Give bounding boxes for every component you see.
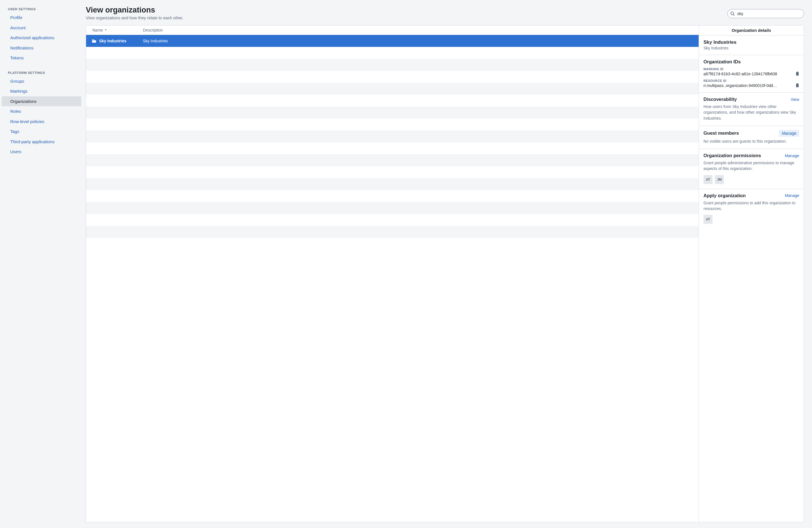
discoverability-title: Discoverability [704, 97, 737, 102]
table-row-empty [86, 190, 699, 202]
svg-rect-7 [797, 72, 798, 72]
sidebar-item-tokens[interactable]: Tokens [0, 53, 83, 63]
details-org-name: Sky Industries [704, 40, 799, 45]
organization-icon [92, 39, 96, 43]
sidebar-item-third-party-applications[interactable]: Third-party applications [0, 137, 83, 147]
svg-point-0 [731, 12, 734, 15]
sidebar-item-groups[interactable]: Groups [0, 76, 83, 86]
sidebar-item-row-level-policies[interactable]: Row-level policies [0, 116, 83, 127]
permissions-body: Grant people administrative permissions … [704, 160, 799, 172]
svg-rect-5 [93, 41, 94, 41]
svg-rect-2 [92, 40, 93, 41]
sidebar-item-roles[interactable]: Roles [0, 106, 83, 116]
content-row: Name Description Sky IndustriesSky Indus… [86, 25, 804, 522]
table-row-empty [86, 202, 699, 214]
search-wrap [727, 9, 804, 18]
page-header: View organizations View organizations an… [86, 6, 804, 20]
sidebar-item-notifications[interactable]: Notifications [0, 43, 83, 53]
details-guests-section: Guest members Manage No visible users ar… [699, 126, 804, 149]
column-header-name-label: Name [92, 28, 103, 32]
sort-asc-icon [104, 28, 107, 32]
sidebar-item-authorized-applications[interactable]: Authorized applications [0, 33, 83, 43]
guests-body: No visible users are guests to this orga… [704, 138, 799, 144]
table-row-empty [86, 95, 699, 106]
sidebar-item-tags[interactable]: Tags [0, 127, 83, 137]
table-row-empty [86, 154, 699, 166]
table-row-empty [86, 130, 699, 142]
marking-id-label: MARKING ID [704, 67, 799, 71]
cell-name: Sky Industries [86, 39, 143, 43]
details-panel: Organization details Sky Industries Sky … [699, 26, 804, 522]
guests-title: Guest members [704, 130, 739, 136]
sidebar-section-title: PLATFORM SETTINGS [0, 71, 83, 76]
details-header: Organization details [699, 26, 804, 35]
cell-description: Sky Industries [143, 39, 699, 43]
column-header-description[interactable]: Description [143, 28, 699, 32]
sidebar-item-markings[interactable]: Markings [0, 86, 83, 96]
table-row-empty [86, 118, 699, 130]
main-content: View organizations View organizations an… [83, 0, 812, 528]
page-subtitle: View organizations and how they relate t… [86, 16, 184, 20]
table-body: Sky IndustriesSky Industries [86, 35, 699, 522]
apply-title: Apply organization [704, 193, 746, 198]
org-ids-title: Organization IDs [704, 59, 799, 65]
guests-manage-button[interactable]: Manage [779, 130, 799, 137]
details-apply-section: Apply organization Manage Grant people p… [699, 189, 804, 229]
table-row-empty [86, 226, 699, 238]
copy-resource-id-icon[interactable] [795, 83, 799, 88]
sidebar-item-organizations[interactable]: Organizations [2, 96, 81, 106]
column-header-description-label: Description [143, 28, 163, 32]
table-header: Name Description [86, 26, 699, 35]
column-header-name[interactable]: Name [86, 28, 143, 32]
table-row-empty [86, 47, 699, 59]
avatar[interactable]: JM [715, 175, 724, 184]
resource-id-label: RESOURCE ID [704, 79, 799, 82]
marking-id-value: a87f817d-61b3-4c82-a81e-1284176fb608 [704, 72, 793, 76]
resource-id-value: ri.multipass..organization.9490010f-0dd… [704, 83, 793, 88]
apply-manage-link[interactable]: Manage [785, 193, 799, 198]
sidebar-item-users[interactable]: Users [0, 147, 83, 157]
table-row-empty [86, 142, 699, 154]
table-row[interactable]: Sky IndustriesSky Industries [86, 35, 699, 47]
copy-marking-id-icon[interactable] [795, 72, 799, 76]
sidebar: USER SETTINGSProfileAccountAuthorized ap… [0, 0, 83, 528]
apply-avatars: AT [704, 215, 799, 224]
table-row-empty [86, 71, 699, 83]
permissions-title: Organization permissions [704, 153, 761, 158]
avatar[interactable]: AT [704, 175, 713, 184]
details-org-description: Sky Industries [704, 46, 799, 50]
page-title: View organizations [86, 6, 184, 14]
sidebar-item-account[interactable]: Account [0, 23, 83, 33]
sidebar-section-title: USER SETTINGS [0, 8, 83, 13]
table-row-empty [86, 59, 699, 71]
table-row-empty [86, 178, 699, 190]
details-discoverability-section: Discoverability View How users from Sky … [699, 92, 804, 126]
table-row-empty [86, 83, 699, 95]
svg-rect-3 [93, 40, 94, 41]
details-permissions-section: Organization permissions Manage Grant pe… [699, 149, 804, 189]
avatar[interactable]: AT [704, 215, 713, 224]
discoverability-body: How users from Sky Industries view other… [704, 104, 799, 121]
search-icon [730, 11, 735, 16]
table-row-empty [86, 106, 699, 118]
svg-rect-9 [797, 83, 798, 84]
table-row-empty [86, 214, 699, 226]
details-org-section: Sky Industries Sky Industries [699, 35, 804, 55]
discoverability-view-link[interactable]: View [791, 97, 799, 102]
organizations-table: Name Description Sky IndustriesSky Indus… [86, 26, 699, 522]
svg-rect-8 [796, 84, 799, 87]
details-ids-section: Organization IDs MARKING ID a87f817d-61b… [699, 55, 804, 92]
apply-body: Grant people permissions to add this org… [704, 200, 799, 212]
permissions-manage-link[interactable]: Manage [785, 154, 799, 158]
svg-line-1 [733, 14, 735, 16]
permissions-avatars: AT JM [704, 175, 799, 184]
svg-rect-4 [92, 41, 93, 41]
table-row-empty [86, 166, 699, 178]
search-input[interactable] [727, 9, 804, 18]
svg-rect-6 [796, 72, 799, 75]
sidebar-item-profile[interactable]: Profile [0, 13, 83, 23]
